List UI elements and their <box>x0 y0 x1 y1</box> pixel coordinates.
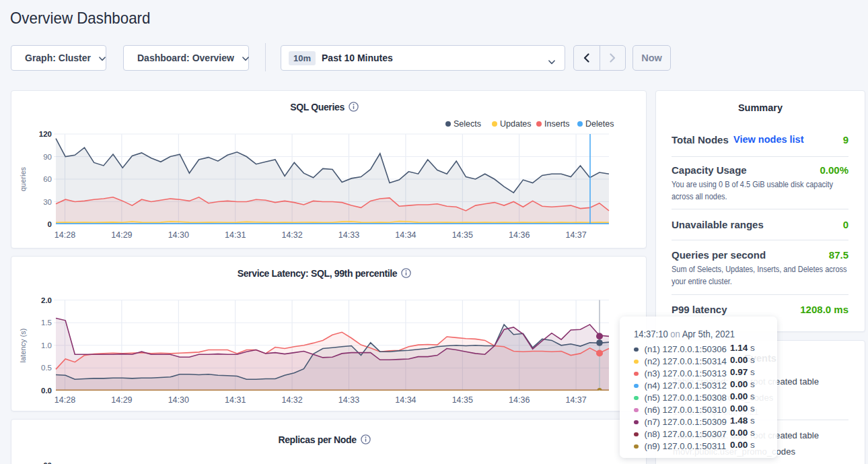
svg-text:14:28: 14:28 <box>55 230 75 240</box>
svg-text:14:36: 14:36 <box>509 230 530 240</box>
svg-text:14:37: 14:37 <box>565 230 586 240</box>
svg-text:0: 0 <box>48 220 52 228</box>
svg-text:14:28: 14:28 <box>55 395 75 405</box>
svg-text:latency (s): latency (s) <box>19 329 27 363</box>
svg-text:14:34: 14:34 <box>395 230 416 240</box>
svg-text:14:33: 14:33 <box>338 395 359 405</box>
svg-text:14:29: 14:29 <box>111 230 132 240</box>
svg-text:2.0: 2.0 <box>41 296 52 304</box>
svg-text:14:29: 14:29 <box>111 395 132 405</box>
svg-text:1.5: 1.5 <box>41 319 52 327</box>
svg-text:14:30: 14:30 <box>168 230 189 240</box>
svg-text:queries: queries <box>19 166 27 191</box>
svg-text:14:37: 14:37 <box>565 395 586 405</box>
svg-text:60: 60 <box>43 175 52 183</box>
svg-text:0.5: 0.5 <box>41 364 52 372</box>
svg-text:14:31: 14:31 <box>225 395 246 405</box>
svg-text:14:33: 14:33 <box>338 230 359 240</box>
svg-text:90: 90 <box>43 153 52 161</box>
svg-text:0.0: 0.0 <box>41 387 52 395</box>
svg-text:30: 30 <box>43 198 52 206</box>
svg-text:1.0: 1.0 <box>41 341 52 350</box>
svg-text:14:36: 14:36 <box>509 395 530 405</box>
svg-text:14:30: 14:30 <box>168 395 189 405</box>
svg-text:14:34: 14:34 <box>395 395 416 405</box>
svg-text:14:31: 14:31 <box>225 230 246 240</box>
svg-text:14:32: 14:32 <box>281 230 302 240</box>
svg-text:120: 120 <box>39 130 52 138</box>
svg-text:14:35: 14:35 <box>452 395 473 405</box>
svg-text:14:35: 14:35 <box>452 230 473 240</box>
svg-text:14:32: 14:32 <box>281 395 302 405</box>
